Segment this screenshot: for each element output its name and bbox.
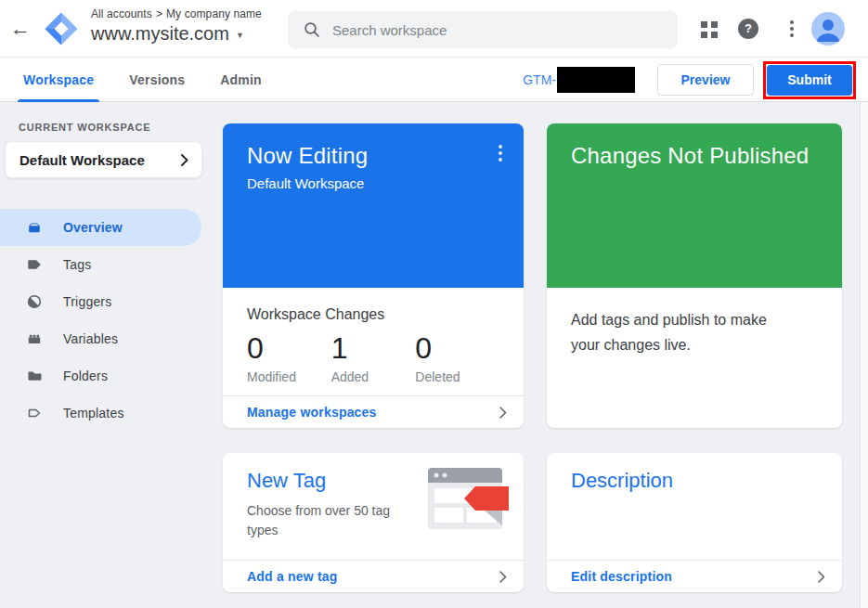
trigger-icon bbox=[26, 293, 43, 310]
template-icon bbox=[26, 405, 43, 421]
overview-icon bbox=[26, 219, 43, 236]
description-title: Description bbox=[571, 469, 818, 493]
tab-bar: Workspace Versions Admin GTM- Preview Su… bbox=[0, 58, 868, 102]
stat-deleted: 0 Deleted bbox=[415, 331, 499, 384]
sidebar-item-label: Triggers bbox=[63, 294, 111, 309]
add-new-tag-label: Add a new tag bbox=[247, 569, 338, 584]
chevron-right-icon bbox=[818, 571, 825, 583]
app-header: ← All accounts>My company name www.mysit… bbox=[0, 0, 868, 58]
tag-icon bbox=[26, 256, 43, 273]
submit-button[interactable]: Submit bbox=[767, 65, 852, 96]
sidebar-item-tags[interactable]: Tags bbox=[0, 246, 201, 283]
tab-admin[interactable]: Admin bbox=[220, 58, 262, 102]
sidebar-item-templates[interactable]: Templates bbox=[0, 395, 201, 432]
breadcrumb-company[interactable]: My company name bbox=[166, 7, 262, 20]
sidebar-nav: Overview Tags Triggers Variables bbox=[0, 209, 223, 432]
sidebar-item-overview[interactable]: Overview bbox=[0, 209, 201, 246]
sidebar-item-label: Variables bbox=[63, 331, 118, 346]
tabs: Workspace Versions Admin bbox=[23, 58, 262, 102]
account-title-block: All accounts>My company name www.mysite.… bbox=[91, 7, 262, 45]
grid-apps-icon[interactable] bbox=[700, 20, 719, 39]
search-input[interactable] bbox=[332, 22, 639, 38]
help-icon[interactable]: ? bbox=[738, 19, 758, 39]
sidebar-item-variables[interactable]: Variables bbox=[0, 320, 201, 357]
stat-value: 0 bbox=[247, 331, 331, 366]
submit-annotation-highlight: Submit bbox=[763, 61, 856, 99]
changes-not-published-body: Add tags and publish to make your change… bbox=[547, 288, 816, 357]
current-workspace-label: CURRENT WORKSPACE bbox=[19, 122, 150, 133]
stat-label: Deleted bbox=[415, 369, 499, 384]
breadcrumb-separator: > bbox=[156, 7, 162, 20]
vertical-scrollbar[interactable] bbox=[860, 102, 868, 608]
description-card: Description Edit description bbox=[547, 453, 842, 592]
workspace-changes-section: Workspace Changes 0 Modified 1 Added 0 D… bbox=[223, 288, 524, 384]
preview-button[interactable]: Preview bbox=[657, 64, 754, 96]
changes-not-published-card: Changes Not Published Add tags and publi… bbox=[547, 123, 842, 428]
workspace-selector-card[interactable]: Default Workspace bbox=[5, 141, 202, 178]
tag-browser-illustration-icon bbox=[427, 466, 509, 533]
new-tag-card: New Tag Choose from over 50 tag types Ad… bbox=[223, 453, 524, 592]
sidebar-item-label: Overview bbox=[63, 220, 123, 235]
now-editing-card: Now Editing Default Workspace Workspace … bbox=[223, 123, 524, 428]
workspace-changes-stats: 0 Modified 1 Added 0 Deleted bbox=[247, 331, 499, 384]
chevron-right-icon bbox=[499, 407, 507, 419]
stat-label: Modified bbox=[247, 369, 331, 384]
stat-added: 1 Added bbox=[331, 331, 416, 384]
manage-workspaces-label: Manage workspaces bbox=[247, 405, 377, 420]
stat-value: 1 bbox=[331, 331, 416, 366]
container-name-label: www.mysite.com bbox=[91, 23, 229, 45]
card-menu-icon[interactable] bbox=[492, 144, 509, 162]
stat-label: Added bbox=[331, 369, 416, 384]
tabbar-actions: GTM- Preview Submit bbox=[523, 58, 856, 102]
breadcrumb: All accounts>My company name bbox=[91, 7, 262, 20]
chevron-down-icon: ▼ bbox=[236, 31, 244, 40]
description-body: Description bbox=[547, 453, 842, 493]
sidebar-item-label: Folders bbox=[63, 369, 108, 383]
now-editing-title: Now Editing bbox=[247, 143, 507, 169]
workspace-selector-label: Default Workspace bbox=[19, 152, 145, 168]
sidebar-item-label: Tags bbox=[63, 257, 91, 272]
container-selector[interactable]: www.mysite.com ▼ bbox=[91, 23, 262, 45]
more-options-icon[interactable] bbox=[784, 19, 800, 39]
chevron-right-icon bbox=[181, 154, 188, 166]
variable-icon bbox=[26, 330, 43, 347]
breadcrumb-all-accounts[interactable]: All accounts bbox=[91, 7, 152, 20]
sidebar-item-folders[interactable]: Folders bbox=[0, 357, 201, 395]
workspace-search[interactable] bbox=[288, 11, 678, 48]
now-editing-subtitle: Default Workspace bbox=[247, 175, 507, 191]
changes-not-published-title: Changes Not Published bbox=[571, 143, 825, 169]
container-id-link[interactable]: GTM- bbox=[523, 72, 556, 87]
chevron-right-icon bbox=[499, 571, 507, 583]
changes-not-published-header: Changes Not Published bbox=[547, 123, 842, 288]
new-tag-subtitle: Choose from over 50 tag types bbox=[247, 501, 409, 540]
stat-modified: 0 Modified bbox=[247, 331, 331, 384]
now-editing-header: Now Editing Default Workspace bbox=[223, 123, 524, 288]
tab-workspace[interactable]: Workspace bbox=[23, 58, 94, 102]
sidebar-item-label: Templates bbox=[63, 406, 124, 420]
stat-value: 0 bbox=[415, 331, 499, 366]
main-content: CURRENT WORKSPACE Default Workspace Over… bbox=[0, 102, 868, 608]
edit-description-label: Edit description bbox=[571, 569, 672, 584]
folder-icon bbox=[26, 368, 43, 384]
back-button[interactable]: ← bbox=[4, 12, 37, 45]
add-new-tag-link[interactable]: Add a new tag bbox=[223, 560, 524, 592]
redacted-container-id bbox=[557, 67, 635, 93]
edit-description-link[interactable]: Edit description bbox=[547, 560, 842, 592]
gtm-logo-icon bbox=[43, 10, 80, 47]
workspace-changes-title: Workspace Changes bbox=[247, 306, 499, 323]
search-icon bbox=[304, 21, 320, 38]
tab-versions[interactable]: Versions bbox=[129, 58, 185, 102]
avatar[interactable] bbox=[811, 12, 845, 45]
sidebar-item-triggers[interactable]: Triggers bbox=[0, 283, 201, 320]
manage-workspaces-link[interactable]: Manage workspaces bbox=[223, 395, 524, 428]
person-icon bbox=[811, 12, 845, 45]
